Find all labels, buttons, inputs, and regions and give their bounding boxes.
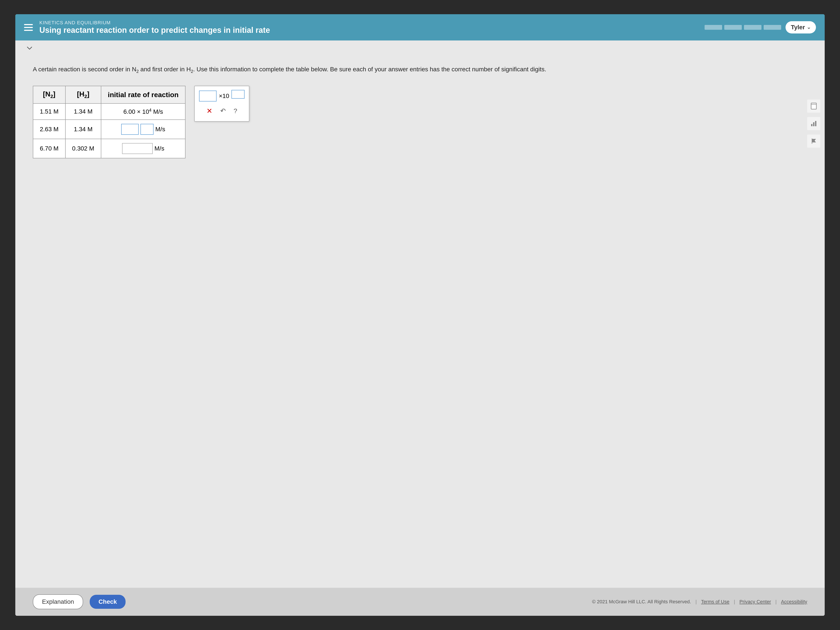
n2-value-row1: 1.51 M	[33, 103, 65, 120]
problem-description: A certain reaction is second order in N2…	[33, 65, 645, 75]
table-row: 2.63 M 1.34 M M/s	[33, 120, 185, 139]
rate-mantissa-input-row2[interactable]	[121, 124, 139, 135]
separator-2: |	[734, 599, 735, 605]
h2-value-row1: 1.34 M	[65, 103, 101, 120]
sci-exponent-input[interactable]	[231, 90, 245, 99]
separator-1: |	[695, 599, 697, 605]
svg-rect-0	[811, 103, 816, 109]
user-name: Tyler	[791, 24, 805, 31]
footer: Explanation Check © 2021 McGraw Hill LLC…	[15, 588, 825, 616]
footer-right: © 2021 McGraw Hill LLC. All Rights Reser…	[592, 599, 807, 605]
col-header-rate: initial rate of reaction	[101, 86, 185, 103]
progress-indicator	[704, 25, 781, 30]
sci-undo-button[interactable]: ↶	[218, 105, 227, 116]
flag-icon[interactable]	[807, 134, 820, 148]
col-header-h2: [H2]	[65, 86, 101, 103]
table-wrapper: [N2] [H2] initial rate of reaction 1.51 …	[33, 86, 807, 158]
sci-help-button[interactable]: ?	[232, 106, 239, 116]
svg-rect-4	[815, 121, 816, 126]
svg-rect-3	[813, 122, 815, 126]
rate-unit-row3: M/s	[155, 145, 164, 152]
svg-rect-2	[811, 124, 812, 126]
footer-left: Explanation Check	[33, 594, 126, 609]
rate-value-row1: 6.00 × 104 M/s	[101, 103, 185, 120]
progress-segment-4	[764, 25, 781, 30]
header-subtitle: KINETICS AND EQUILIBRIUM	[39, 20, 270, 25]
check-button[interactable]: Check	[90, 595, 126, 609]
progress-segment-3	[744, 25, 761, 30]
sci-mantissa-input[interactable]	[199, 90, 216, 101]
times-symbol: ×10	[219, 93, 229, 99]
col-header-n2: [N2]	[33, 86, 65, 103]
rate-exponent-input-row2[interactable]	[141, 124, 153, 135]
table-row: 6.70 M 0.302 M M/s	[33, 139, 185, 158]
privacy-link[interactable]: Privacy Center	[739, 599, 771, 605]
reaction-table: [N2] [H2] initial rate of reaction 1.51 …	[33, 86, 185, 158]
sidebar-icons	[807, 99, 820, 148]
bookmark-icon[interactable]	[807, 99, 820, 113]
accessibility-link[interactable]: Accessibility	[781, 599, 807, 605]
sci-notation-input-row: ×10	[199, 90, 245, 101]
copyright-text: © 2021 McGraw Hill LLC. All Rights Reser…	[592, 599, 691, 605]
terms-link[interactable]: Terms of Use	[701, 599, 729, 605]
rate-input-row3[interactable]	[122, 143, 153, 154]
rate-unit-row2: M/s	[155, 126, 165, 133]
chevron-down-icon: ⌄	[807, 25, 811, 30]
header-title-section: KINETICS AND EQUILIBRIUM Using reactant …	[39, 20, 270, 35]
header-right: Tyler ⌄	[704, 21, 816, 33]
sci-notation-popup: ×10 ✕ ↶ ?	[194, 86, 249, 122]
main-content: A certain reaction is second order in N2…	[15, 56, 825, 588]
header: KINETICS AND EQUILIBRIUM Using reactant …	[15, 14, 825, 41]
n2-value-row3: 6.70 M	[33, 139, 65, 158]
sci-buttons-row: ✕ ↶ ?	[199, 105, 245, 117]
dropdown-toggle-button[interactable]	[24, 43, 35, 54]
rate-input-cell-row2: M/s	[101, 120, 185, 139]
rate-input-cell-row3: M/s	[101, 139, 185, 158]
stats-icon[interactable]	[807, 117, 820, 130]
explanation-button[interactable]: Explanation	[33, 594, 83, 609]
dropdown-arrow-row	[15, 41, 825, 56]
user-badge[interactable]: Tyler ⌄	[786, 21, 816, 33]
progress-segment-2	[724, 25, 742, 30]
table-row: 1.51 M 1.34 M 6.00 × 104 M/s	[33, 103, 185, 120]
header-left: KINETICS AND EQUILIBRIUM Using reactant …	[24, 20, 270, 35]
progress-segment-1	[704, 25, 722, 30]
h2-value-row3: 0.302 M	[65, 139, 101, 158]
separator-3: |	[775, 599, 777, 605]
header-title: Using reactant reaction order to predict…	[39, 25, 270, 35]
n2-value-row2: 2.63 M	[33, 120, 65, 139]
sci-close-button[interactable]: ✕	[205, 105, 214, 117]
h2-value-row2: 1.34 M	[65, 120, 101, 139]
hamburger-menu-icon[interactable]	[24, 24, 33, 31]
